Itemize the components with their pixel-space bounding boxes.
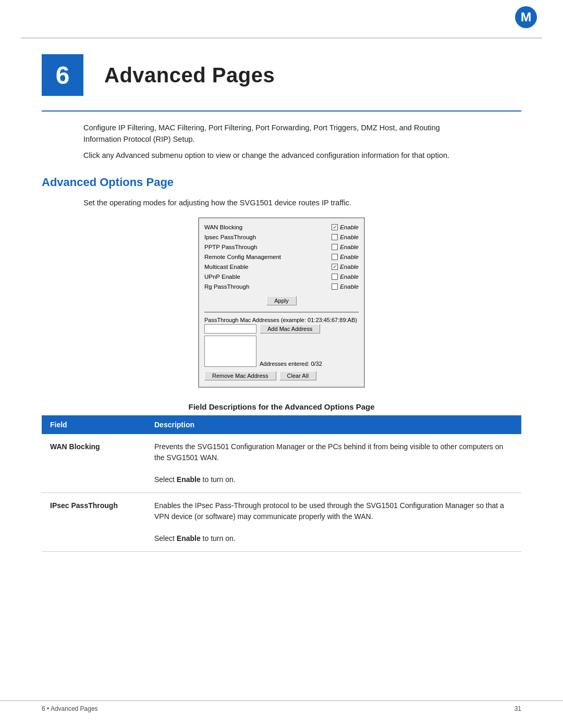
options-form-panel: WAN Blocking Enable Ipsec PassThrough En… <box>198 217 365 388</box>
enable-bold-ipsec: Enable <box>177 534 201 542</box>
enable-rg: Enable <box>340 283 359 290</box>
check-wan-blocking[interactable]: Enable <box>332 224 359 230</box>
checkbox-upnp[interactable] <box>332 274 338 280</box>
chapter-title: Advanced Pages <box>104 64 275 87</box>
chapter-header: 6 Advanced Pages <box>42 54 521 96</box>
mac-buttons-row: Remove Mac Address Clear AlI <box>204 369 359 382</box>
intro-line1: Configure IP Filtering, MAC Filtering, P… <box>83 122 480 145</box>
footer: 6 • Advanced Pages 31 <box>0 700 563 712</box>
field-desc-title: Field Descriptions for the Advanced Opti… <box>42 402 521 411</box>
mac-input-row: Add Mac Address <box>204 324 359 334</box>
footer-right: 31 <box>515 705 521 712</box>
enable-upnp: Enable <box>340 274 359 280</box>
add-mac-button[interactable]: Add Mac Address <box>260 324 320 334</box>
enable-multicast: Enable <box>340 264 359 270</box>
field-desc-ipsec: Enables the IPsec Pass-Through protocol … <box>146 493 521 552</box>
svg-text:M: M <box>521 10 532 24</box>
desc-main-wan: Prevents the SVG1501 Configuration Manag… <box>154 442 503 462</box>
table-row: WAN Blocking Prevents the SVG1501 Config… <box>42 434 521 493</box>
col-header-field: Field <box>42 415 146 434</box>
col-header-desc: Description <box>146 415 521 434</box>
mac-list-area: Addresses entered: 0/32 <box>204 336 359 367</box>
top-divider <box>21 38 542 39</box>
checkbox-pptp[interactable] <box>332 244 338 250</box>
field-name-wan: WAN Blocking <box>42 434 146 493</box>
label-multicast: Multicast Enable <box>204 264 332 270</box>
section-heading: Advanced Options Page <box>42 176 521 189</box>
chapter-number: 6 <box>42 54 83 96</box>
check-rg[interactable]: Enable <box>332 283 359 290</box>
label-ipsec: Ipsec PassThrough <box>204 234 332 240</box>
check-ipsec[interactable]: Enable <box>332 234 359 240</box>
desc-main-ipsec: Enables the IPsec Pass-Through protocol … <box>154 501 504 521</box>
checkbox-ipsec[interactable] <box>332 234 338 240</box>
desc-select-ipsec: Select Enable to turn on. <box>154 534 236 542</box>
form-panel-inner: WAN Blocking Enable Ipsec PassThrough En… <box>199 218 364 387</box>
label-remote-config: Remote Config Management <box>204 254 332 260</box>
checkbox-multicast[interactable] <box>332 264 338 270</box>
apply-row: Apply <box>204 292 359 310</box>
check-multicast[interactable]: Enable <box>332 264 359 270</box>
enable-wan-blocking: Enable <box>340 224 359 230</box>
panel-separator <box>204 312 359 313</box>
form-row-wan-blocking: WAN Blocking Enable <box>204 223 359 232</box>
checkbox-rg[interactable] <box>332 283 338 290</box>
mac-address-input[interactable] <box>204 324 256 334</box>
remove-mac-button[interactable]: Remove Mac Address <box>204 371 276 380</box>
form-row-multicast: Multicast Enable Enable <box>204 262 359 272</box>
enable-pptp: Enable <box>340 244 359 250</box>
mac-list-box <box>204 336 256 367</box>
form-panel-wrapper: WAN Blocking Enable Ipsec PassThrough En… <box>0 217 563 388</box>
label-pptp: PPTP PassThrough <box>204 244 332 250</box>
desc-select-wan: Select Enable to turn on. <box>154 475 236 484</box>
header-bar: M <box>0 0 563 28</box>
motorola-logo-icon: M <box>515 6 537 28</box>
form-row-rg: Rg PassThrough Enable <box>204 282 359 292</box>
checkbox-wan-blocking[interactable] <box>332 224 338 230</box>
enable-bold-wan: Enable <box>177 475 201 484</box>
label-rg: Rg PassThrough <box>204 283 332 290</box>
form-row-upnp: UPnP Enable Enable <box>204 272 359 282</box>
checkbox-remote-config[interactable] <box>332 254 338 260</box>
label-upnp: UPnP Enable <box>204 274 332 280</box>
addresses-info: Addresses entered: 0/32 <box>260 336 322 367</box>
chapter-separator <box>42 110 521 112</box>
enable-remote-config: Enable <box>340 254 359 260</box>
enable-ipsec: Enable <box>340 234 359 240</box>
form-row-ipsec: Ipsec PassThrough Enable <box>204 232 359 242</box>
section-desc: Set the operating modes for adjusting ho… <box>83 198 480 209</box>
clear-all-button[interactable]: Clear AlI <box>279 371 317 380</box>
field-descriptions-table: Field Description WAN Blocking Prevents … <box>42 415 521 552</box>
passthrough-label: PassThrough Mac Addresses (example: 01:2… <box>204 315 359 324</box>
table-header-row: Field Description <box>42 415 521 434</box>
footer-left: 6 • Advanced Pages <box>42 705 98 712</box>
check-remote-config[interactable]: Enable <box>332 254 359 260</box>
check-upnp[interactable]: Enable <box>332 274 359 280</box>
apply-button[interactable]: Apply <box>266 296 297 305</box>
table-row: IPsec PassThrough Enables the IPsec Pass… <box>42 493 521 552</box>
form-row-remote-config: Remote Config Management Enable <box>204 252 359 262</box>
intro-line2: Click any Advanced submenu option to vie… <box>83 150 480 161</box>
field-desc-wan: Prevents the SVG1501 Configuration Manag… <box>146 434 521 493</box>
field-name-ipsec: IPsec PassThrough <box>42 493 146 552</box>
check-pptp[interactable]: Enable <box>332 244 359 250</box>
label-wan-blocking: WAN Blocking <box>204 224 332 230</box>
form-row-pptp: PPTP PassThrough Enable <box>204 242 359 252</box>
